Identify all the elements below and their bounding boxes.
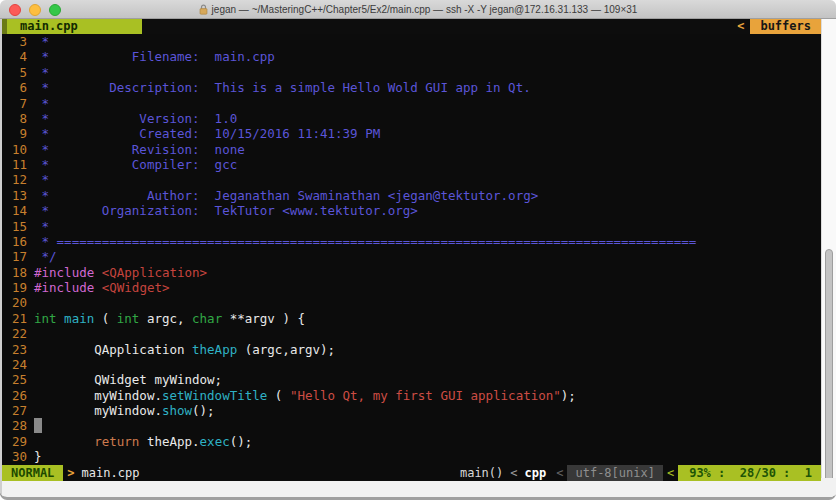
code-line[interactable]: 7 * (2, 96, 821, 111)
code-editor[interactable]: 3 *4 * Filename: main.cpp5 *6 * Descript… (2, 34, 821, 465)
line-number: 21 (2, 311, 27, 326)
line-number: 16 (2, 234, 27, 249)
window-bottom-strip (2, 481, 821, 497)
separator-right-icon: > (67, 465, 74, 481)
line-number: 8 (2, 111, 27, 126)
code-line[interactable]: 9 * Created: 10/15/2016 11:41:39 PM (2, 126, 821, 141)
close-button[interactable] (9, 4, 21, 16)
code-line[interactable]: 21int main ( int argc, char **argv ) { (2, 311, 821, 326)
code-line[interactable]: 13 * Author: Jeganathan Swaminathan <jeg… (2, 188, 821, 203)
status-function-context: main() (460, 465, 503, 481)
line-number: 11 (2, 157, 27, 172)
traffic-lights (0, 0, 61, 19)
code-line[interactable]: 29 return theApp.exec(); (2, 434, 821, 449)
statusline: NORMAL > main.cpp main() < cpp < utf-8[u… (2, 465, 821, 481)
separator-left-icon-3: < (667, 465, 674, 481)
vim-main-column: main.cpp < buffers 3 *4 * Filename: main… (0, 19, 821, 497)
line-number: 17 (2, 249, 27, 264)
tabline-filler (142, 19, 731, 34)
minimize-button[interactable] (29, 4, 41, 16)
code-line[interactable]: 20 (2, 295, 821, 310)
line-number: 30 (2, 449, 27, 464)
line-number: 27 (2, 403, 27, 418)
code-line[interactable]: 23 QApplication theApp (argc,argv); (2, 342, 821, 357)
status-scroll-position: 93% : 28/30 : 1 (678, 465, 821, 481)
titlebar[interactable]: jegan — ~/MasteringC++/Chapter5/Ex2/main… (0, 0, 836, 19)
code-line[interactable]: 8 * Version: 1.0 (2, 111, 821, 126)
code-line[interactable]: 17 */ (2, 249, 821, 264)
code-line[interactable]: 10 * Revision: none (2, 142, 821, 157)
code-line[interactable]: 25 QWidget myWindow; (2, 372, 821, 387)
code-line[interactable]: 27 myWindow.show(); (2, 403, 821, 418)
code-line[interactable]: 16 * ===================================… (2, 234, 821, 249)
line-number: 24 (2, 357, 27, 372)
scrollbar-bottom-corner (821, 478, 836, 497)
line-number: 14 (2, 203, 27, 218)
line-number: 10 (2, 142, 27, 157)
line-number: 6 (2, 80, 27, 95)
zoom-button[interactable] (49, 4, 61, 16)
line-number: 4 (2, 49, 27, 64)
line-number: 29 (2, 434, 27, 449)
code-line[interactable]: 12 * (2, 172, 821, 187)
scrollbar-thumb[interactable] (825, 249, 833, 489)
code-line[interactable]: 14 * Organization: TekTutor <www.tektuto… (2, 203, 821, 218)
lock-icon (199, 4, 208, 15)
window-title: jegan — ~/MasteringC++/Chapter5/Ex2/main… (212, 4, 638, 15)
code-line[interactable]: 28 (2, 418, 821, 433)
status-filetype: cpp (525, 465, 547, 481)
code-line[interactable]: 4 * Filename: main.cpp (2, 49, 821, 64)
line-number: 7 (2, 96, 27, 111)
line-number: 22 (2, 326, 27, 341)
mode-indicator: NORMAL (2, 465, 63, 481)
line-number: 25 (2, 372, 27, 387)
code-line[interactable]: 18#include <QApplication> (2, 265, 821, 280)
scrollbar-track[interactable] (821, 19, 836, 497)
tab-main-cpp[interactable]: main.cpp (7, 19, 142, 34)
code-line[interactable]: 19#include <QWidget> (2, 280, 821, 295)
code-lines: 3 *4 * Filename: main.cpp5 *6 * Descript… (2, 34, 821, 465)
code-line[interactable]: 24 (2, 357, 821, 372)
line-number: 28 (2, 418, 27, 433)
tabline: main.cpp < buffers (2, 19, 821, 34)
code-line[interactable]: 15 * (2, 219, 821, 234)
cursor-block (34, 418, 42, 433)
code-line[interactable]: 26 myWindow.setWindowTitle ( "Hello Qt, … (2, 388, 821, 403)
line-number: 18 (2, 265, 27, 280)
line-number: 13 (2, 188, 27, 203)
line-number: 3 (2, 34, 27, 49)
line-number: 5 (2, 65, 27, 80)
status-encoding: utf-8[unix] (567, 465, 662, 481)
code-line[interactable]: 30} (2, 449, 821, 464)
separator-left-icon: < (510, 465, 517, 481)
line-number: 23 (2, 342, 27, 357)
code-line[interactable]: 11 * Compiler: gcc (2, 157, 821, 172)
code-line[interactable]: 5 * (2, 65, 821, 80)
code-line[interactable]: 3 * (2, 34, 821, 49)
chevron-left-icon: < (731, 19, 750, 34)
line-number: 20 (2, 295, 27, 310)
separator-left-icon-2: < (556, 465, 563, 481)
terminal-window: jegan — ~/MasteringC++/Chapter5/Ex2/main… (0, 0, 836, 500)
code-line[interactable]: 6 * Description: This is a simple Hello … (2, 80, 821, 95)
line-number: 9 (2, 126, 27, 141)
code-line[interactable]: 22 (2, 326, 821, 341)
line-number: 19 (2, 280, 27, 295)
buffers-button[interactable]: buffers (750, 19, 821, 34)
line-number: 26 (2, 388, 27, 403)
status-filename: main.cpp (82, 465, 140, 481)
line-number: 15 (2, 219, 27, 234)
line-number: 12 (2, 172, 27, 187)
